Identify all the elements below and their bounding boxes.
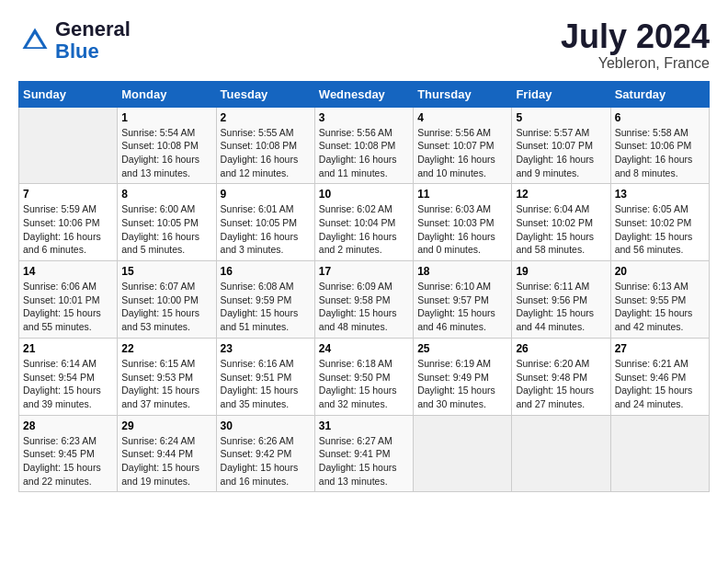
day-number: 5 [516, 111, 606, 124]
day-number: 8 [121, 188, 211, 201]
day-number: 11 [417, 188, 507, 201]
weekday-header-thursday: Thursday [414, 81, 512, 107]
calendar-cell: 26Sunrise: 6:20 AMSunset: 9:48 PMDayligh… [512, 338, 610, 415]
day-info: Sunrise: 6:24 AMSunset: 9:44 PMDaylight:… [121, 434, 211, 488]
day-info: Sunrise: 5:56 AMSunset: 10:07 PMDaylight… [417, 126, 507, 180]
weekday-header-friday: Friday [512, 81, 610, 107]
calendar-cell: 18Sunrise: 6:10 AMSunset: 9:57 PMDayligh… [414, 261, 512, 339]
day-info: Sunrise: 6:21 AMSunset: 9:46 PMDaylight:… [615, 357, 705, 411]
day-info: Sunrise: 6:15 AMSunset: 9:53 PMDaylight:… [121, 357, 211, 411]
calendar-cell: 2Sunrise: 5:55 AMSunset: 10:08 PMDayligh… [216, 107, 314, 184]
calendar-cell: 15Sunrise: 6:07 AMSunset: 10:00 PMDaylig… [118, 261, 216, 339]
day-number: 7 [23, 188, 113, 201]
day-info: Sunrise: 6:18 AMSunset: 9:50 PMDaylight:… [319, 357, 409, 411]
calendar-cell: 10Sunrise: 6:02 AMSunset: 10:04 PMDaylig… [314, 184, 413, 261]
weekday-header-saturday: Saturday [610, 81, 709, 107]
logo-icon [18, 24, 51, 57]
day-number: 10 [319, 188, 409, 201]
day-number: 18 [417, 265, 507, 278]
calendar-cell: 16Sunrise: 6:08 AMSunset: 9:59 PMDayligh… [216, 261, 314, 339]
logo-text: General Blue [55, 18, 131, 63]
day-number: 23 [221, 342, 311, 355]
calendar-cell: 5Sunrise: 5:57 AMSunset: 10:07 PMDayligh… [512, 107, 610, 184]
day-info: Sunrise: 6:19 AMSunset: 9:49 PMDaylight:… [417, 357, 507, 411]
calendar-cell: 6Sunrise: 5:58 AMSunset: 10:06 PMDayligh… [610, 107, 709, 184]
weekday-header-row: SundayMondayTuesdayWednesdayThursdayFrid… [19, 81, 710, 107]
day-number: 24 [319, 342, 409, 355]
day-info: Sunrise: 6:01 AMSunset: 10:05 PMDaylight… [221, 202, 311, 257]
day-number: 12 [516, 188, 606, 201]
day-info: Sunrise: 6:26 AMSunset: 9:42 PMDaylight:… [221, 434, 311, 488]
day-number: 16 [221, 265, 311, 278]
calendar-week-4: 21Sunrise: 6:14 AMSunset: 9:54 PMDayligh… [19, 338, 710, 415]
calendar-cell: 12Sunrise: 6:04 AMSunset: 10:02 PMDaylig… [512, 184, 610, 261]
day-info: Sunrise: 6:13 AMSunset: 9:55 PMDaylight:… [615, 280, 705, 334]
logo: General Blue [18, 18, 131, 63]
calendar-week-2: 7Sunrise: 5:59 AMSunset: 10:06 PMDayligh… [19, 184, 710, 261]
day-info: Sunrise: 6:16 AMSunset: 9:51 PMDaylight:… [221, 357, 311, 411]
weekday-header-tuesday: Tuesday [216, 81, 314, 107]
calendar-cell: 14Sunrise: 6:06 AMSunset: 10:01 PMDaylig… [19, 261, 118, 339]
calendar-cell: 21Sunrise: 6:14 AMSunset: 9:54 PMDayligh… [19, 338, 118, 415]
calendar-cell: 22Sunrise: 6:15 AMSunset: 9:53 PMDayligh… [118, 338, 216, 415]
day-info: Sunrise: 6:23 AMSunset: 9:45 PMDaylight:… [23, 434, 113, 488]
calendar-cell: 23Sunrise: 6:16 AMSunset: 9:51 PMDayligh… [216, 338, 314, 415]
day-number: 15 [121, 265, 211, 278]
calendar-cell: 17Sunrise: 6:09 AMSunset: 9:58 PMDayligh… [314, 261, 413, 339]
calendar-cell: 7Sunrise: 5:59 AMSunset: 10:06 PMDayligh… [19, 184, 118, 261]
day-number: 9 [221, 188, 311, 201]
day-info: Sunrise: 6:27 AMSunset: 9:41 PMDaylight:… [319, 434, 409, 488]
day-info: Sunrise: 5:59 AMSunset: 10:06 PMDaylight… [23, 202, 113, 257]
calendar-cell: 29Sunrise: 6:24 AMSunset: 9:44 PMDayligh… [118, 415, 216, 492]
day-number: 2 [221, 111, 311, 124]
calendar-cell: 28Sunrise: 6:23 AMSunset: 9:45 PMDayligh… [19, 415, 118, 492]
calendar-cell: 13Sunrise: 6:05 AMSunset: 10:02 PMDaylig… [610, 184, 709, 261]
day-info: Sunrise: 6:05 AMSunset: 10:02 PMDaylight… [615, 202, 705, 257]
location: Yebleron, France [561, 55, 710, 72]
day-info: Sunrise: 6:20 AMSunset: 9:48 PMDaylight:… [516, 357, 606, 411]
calendar-cell: 4Sunrise: 5:56 AMSunset: 10:07 PMDayligh… [414, 107, 512, 184]
calendar-week-1: 1Sunrise: 5:54 AMSunset: 10:08 PMDayligh… [19, 107, 710, 184]
day-info: Sunrise: 5:56 AMSunset: 10:08 PMDaylight… [319, 126, 409, 180]
day-number: 22 [121, 342, 211, 355]
calendar-cell [512, 415, 610, 492]
day-number: 27 [615, 342, 705, 355]
day-info: Sunrise: 6:04 AMSunset: 10:02 PMDaylight… [516, 202, 606, 257]
calendar-cell: 3Sunrise: 5:56 AMSunset: 10:08 PMDayligh… [314, 107, 413, 184]
calendar-cell: 31Sunrise: 6:27 AMSunset: 9:41 PMDayligh… [314, 415, 413, 492]
calendar-week-5: 28Sunrise: 6:23 AMSunset: 9:45 PMDayligh… [19, 415, 710, 492]
weekday-header-sunday: Sunday [19, 81, 118, 107]
day-info: Sunrise: 5:58 AMSunset: 10:06 PMDaylight… [615, 126, 705, 180]
day-number: 28 [23, 419, 113, 432]
day-number: 29 [121, 419, 211, 432]
day-info: Sunrise: 6:03 AMSunset: 10:03 PMDaylight… [417, 202, 507, 257]
day-info: Sunrise: 6:09 AMSunset: 9:58 PMDaylight:… [319, 280, 409, 334]
calendar-cell: 19Sunrise: 6:11 AMSunset: 9:56 PMDayligh… [512, 261, 610, 339]
calendar-week-3: 14Sunrise: 6:06 AMSunset: 10:01 PMDaylig… [19, 261, 710, 339]
calendar-cell: 1Sunrise: 5:54 AMSunset: 10:08 PMDayligh… [118, 107, 216, 184]
month-year: July 2024 [561, 18, 710, 55]
title-block: July 2024 Yebleron, France [561, 18, 710, 72]
weekday-header-wednesday: Wednesday [314, 81, 413, 107]
day-info: Sunrise: 5:55 AMSunset: 10:08 PMDaylight… [221, 126, 311, 180]
day-number: 1 [121, 111, 211, 124]
day-info: Sunrise: 6:10 AMSunset: 9:57 PMDaylight:… [417, 280, 507, 334]
day-info: Sunrise: 6:14 AMSunset: 9:54 PMDaylight:… [23, 357, 113, 411]
day-number: 14 [23, 265, 113, 278]
day-number: 13 [615, 188, 705, 201]
day-number: 31 [319, 419, 409, 432]
day-number: 25 [417, 342, 507, 355]
day-number: 21 [23, 342, 113, 355]
day-info: Sunrise: 6:11 AMSunset: 9:56 PMDaylight:… [516, 280, 606, 334]
day-info: Sunrise: 6:02 AMSunset: 10:04 PMDaylight… [319, 202, 409, 257]
day-number: 19 [516, 265, 606, 278]
day-info: Sunrise: 5:54 AMSunset: 10:08 PMDaylight… [121, 126, 211, 180]
calendar-cell [610, 415, 709, 492]
day-number: 30 [221, 419, 311, 432]
calendar-cell: 9Sunrise: 6:01 AMSunset: 10:05 PMDayligh… [216, 184, 314, 261]
calendar-cell: 30Sunrise: 6:26 AMSunset: 9:42 PMDayligh… [216, 415, 314, 492]
calendar-table: SundayMondayTuesdayWednesdayThursdayFrid… [18, 81, 710, 493]
day-number: 26 [516, 342, 606, 355]
calendar-cell: 25Sunrise: 6:19 AMSunset: 9:49 PMDayligh… [414, 338, 512, 415]
calendar-cell [19, 107, 118, 184]
